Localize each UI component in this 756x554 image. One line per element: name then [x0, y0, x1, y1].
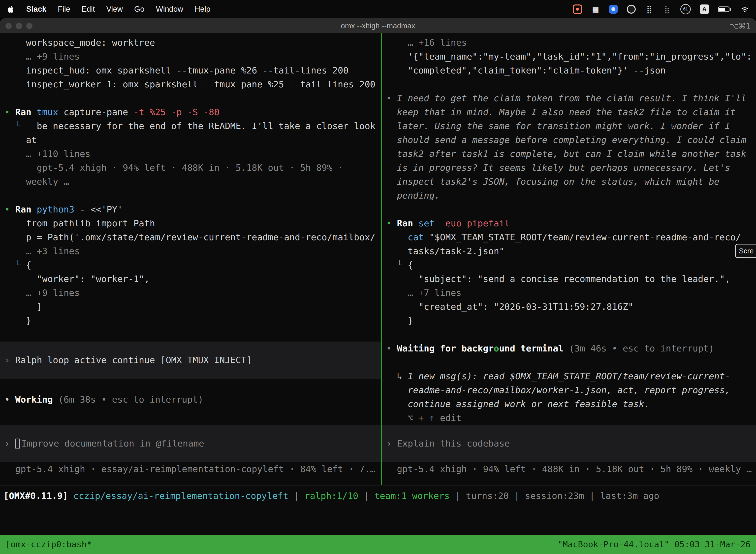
blank-line — [4, 328, 381, 341]
text-segment — [386, 232, 408, 242]
text-segment: at — [4, 135, 37, 145]
terminal-line: gpt-5.4 xhigh · essay/ai-reimplementatio… — [4, 462, 381, 476]
battery-body — [718, 6, 730, 12]
input-source-icon[interactable]: A — [700, 4, 709, 14]
text-segment: } — [4, 316, 31, 326]
left-terminal-pane[interactable]: workspace_mode: worktree … +9 lines insp… — [0, 33, 381, 485]
text-segment: { — [408, 260, 413, 270]
terminal-line: … +7 lines — [386, 286, 756, 300]
terminal-line: └ { — [386, 258, 756, 272]
window-title: omx --xhigh --madmax — [341, 21, 415, 30]
text-segment: session:23m — [525, 491, 584, 501]
right-terminal-pane[interactable]: … +16 lines '{"team_name":"my-team","tas… — [382, 33, 756, 485]
text-segment: › — [386, 437, 397, 450]
text-segment: { — [26, 260, 32, 270]
screen-recording-icon[interactable] — [573, 4, 582, 14]
text-segment: [OMX#0.11.9] — [3, 491, 73, 501]
text-segment: inspect_hud: omx sparkshell --tmux-pane … — [4, 65, 349, 75]
text-segment: later. Using the same for transition mig… — [386, 121, 730, 131]
text-segment: Ran — [15, 204, 37, 214]
text-segment: readme-and-reco/mailbox/worker-1.json, a… — [386, 385, 730, 395]
gauge-icon[interactable]: 61 — [680, 4, 691, 14]
terminal-line: "completed","claim_token":"claim-token"}… — [386, 63, 756, 77]
menu-edit[interactable]: Edit — [82, 5, 95, 14]
text-segment: | — [509, 491, 525, 501]
wifi-icon[interactable] — [740, 4, 750, 15]
text-segment: und terminal — [499, 343, 569, 353]
tmux-status-bar: [omx-cczip0:bash* "MacBook-Pro-44.local"… — [0, 535, 756, 554]
minimize-button[interactable] — [16, 23, 22, 29]
terminal-line: later. Using the same for transition mig… — [386, 119, 756, 133]
text-segment: • — [386, 93, 397, 103]
text-segment: turns:20 — [466, 491, 509, 501]
text-segment: is in progress? It seems likely but perh… — [386, 163, 730, 173]
composer-input-left[interactable]: › Improve documentation in @filename — [0, 425, 381, 462]
composer-input-right[interactable]: › Explain this codebase — [382, 425, 756, 462]
text-segment: "worker": "worker-1", — [4, 274, 149, 284]
menu-view[interactable]: View — [106, 5, 123, 14]
terminal-line: workspace_mode: worktree — [4, 36, 381, 50]
terminal-line: '{"team_name":"my-team","task_id":"1","f… — [386, 50, 756, 63]
menu-go[interactable]: Go — [134, 5, 144, 14]
terminal-line: • I need to get the claim token from the… — [386, 91, 756, 105]
terminal-line: readme-and-reco/mailbox/worker-1.json, a… — [386, 383, 756, 397]
text-segment: gpt-5.4 xhigh · 94% left · 488K in · 5.1… — [4, 163, 343, 173]
text-segment: set — [419, 218, 440, 228]
blank-line — [4, 91, 381, 105]
blue-app-icon[interactable] — [609, 5, 618, 14]
blank-line — [386, 203, 756, 216]
text-segment: tasks/task-2.json" — [386, 246, 504, 256]
keypad-icon[interactable]: ⣷ — [663, 4, 672, 15]
terminal-line: inspect_worker-1: omx sparkshell --tmux-… — [4, 77, 381, 91]
omx-status-line: [OMX#0.11.9] cczip/essay/ai-reimplementa… — [0, 489, 756, 503]
text-segment: Ralph loop active continue [OMX_TMUX_INJ… — [15, 353, 252, 367]
terminal-line: … +16 lines — [386, 36, 756, 50]
dots-grid-icon[interactable]: ⣿ — [645, 4, 653, 15]
terminal-line: } — [4, 314, 381, 328]
menu-window[interactable]: Window — [156, 5, 183, 14]
terminal-line: ] — [4, 300, 381, 314]
text-segment: (3m 46s • esc to interrupt) — [569, 343, 714, 353]
zoom-button[interactable] — [26, 23, 33, 29]
text-segment: cczip/essay/ai-reimplementation-copyleft — [73, 491, 289, 501]
gauge-value: 61 — [683, 7, 688, 12]
terminal-line: pending. — [386, 189, 756, 203]
terminal-line: ⌥ + ↑ edit — [386, 411, 756, 425]
text-segment: › — [4, 353, 15, 367]
blank-line — [386, 77, 756, 91]
text-segment: weekly … — [4, 176, 69, 187]
text-segment: ralph:1/10 — [305, 491, 359, 501]
terminal-line: … +110 lines — [4, 147, 381, 161]
text-segment: "created_at": "2026-03-31T11:59:27.816Z" — [386, 301, 633, 312]
terminal-line: • Ran python3 - <<'PY' — [4, 203, 381, 216]
terminal-line: "worker": "worker-1", — [4, 272, 381, 286]
menu-file[interactable]: File — [58, 5, 70, 14]
terminal-line: inspect_hud: omx sparkshell --tmux-pane … — [4, 63, 381, 77]
battery-nub — [730, 8, 731, 11]
text-segment: … +110 lines — [4, 149, 90, 159]
text-segment: ↳ 1 new msg(s): read $OMX_TEAM_STATE_ROO… — [386, 371, 730, 381]
text-segment: tmux — [37, 107, 63, 117]
app-menu-slack[interactable]: Slack — [26, 5, 46, 14]
terminal-line: • Waiting for background terminal (3m 46… — [386, 341, 756, 355]
grid-app-icon[interactable]: ▦ — [591, 4, 600, 15]
terminal-line: ↳ 1 new msg(s): read $OMX_TEAM_STATE_ROO… — [386, 369, 756, 383]
terminal-line: └ be necessary for the end of the README… — [4, 119, 381, 133]
battery-icon[interactable] — [718, 4, 731, 15]
text-segment: be necessary for the end of the README. … — [26, 121, 376, 131]
terminal-line: cat "$OMX_TEAM_STATE_ROOT/team/review-cu… — [386, 230, 756, 244]
horizontal-divider — [0, 485, 756, 486]
round-app-icon[interactable] — [627, 5, 636, 14]
close-button[interactable]: × — [5, 23, 12, 29]
blank-line — [386, 355, 756, 369]
text-segment: I need to get the claim token from the c… — [397, 93, 746, 103]
text-segment: gpt-5.4 xhigh · essay/ai-reimplementatio… — [4, 464, 376, 474]
tmux-session-info: [omx-cczip0:bash* — [5, 539, 92, 549]
terminal-line: task2 after task1 is complete, but can I… — [386, 147, 756, 161]
apple-menu-icon[interactable] — [6, 5, 15, 13]
menu-help[interactable]: Help — [195, 5, 210, 14]
text-segment: -t %25 -p -S -80 — [133, 107, 219, 117]
terminal-line: gpt-5.4 xhigh · 94% left · 488K in · 5.1… — [386, 462, 756, 476]
window-titlebar[interactable]: × omx --xhigh --madmax ⌥⌘1 — [0, 18, 756, 33]
traffic-lights: × — [5, 18, 33, 33]
